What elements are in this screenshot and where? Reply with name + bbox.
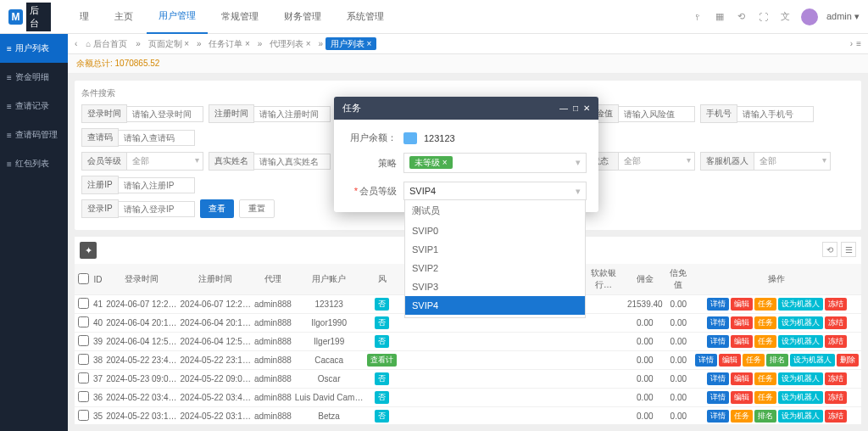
row-check[interactable] <box>78 372 89 383</box>
row-actions: 详情编辑任务设为机器人冻结 <box>693 314 861 333</box>
filter-input-1[interactable] <box>254 106 331 122</box>
gear-icon[interactable]: ✦ <box>80 242 97 259</box>
row-actions: 详情编辑任务设为机器人冻结 <box>693 333 861 351</box>
th-1: ID <box>92 264 104 295</box>
row-check[interactable] <box>78 316 89 327</box>
risk-badge[interactable]: 否 <box>375 335 389 348</box>
risk-badge[interactable]: 否 <box>375 410 389 423</box>
filter-frow2-1: 真实姓名 <box>209 152 331 171</box>
bc-item-2[interactable]: 代理列表 × <box>264 37 316 50</box>
th-2: 登录时间 <box>104 264 178 295</box>
sidebar-item-4[interactable]: ≡ 红包列表 <box>0 149 68 178</box>
bc-forward[interactable]: › <box>850 39 853 48</box>
dd-option[interactable]: SVIP3 <box>405 277 585 296</box>
table-row: 352024-05-22 03:1…2024-05-22 03:1…admin8… <box>75 407 861 425</box>
topnav-4[interactable]: 财务管理 <box>272 0 333 34</box>
row-actions: 详情编辑任务排名设为机器人删除 <box>693 351 861 370</box>
filter-input-6[interactable] <box>119 130 195 146</box>
modal-strategy-select[interactable]: 未等级 × ▾ <box>403 153 587 173</box>
topnav-1[interactable]: 主页 <box>103 0 145 34</box>
row-actions: 详情任务排名设为机器人冻结 <box>693 407 861 425</box>
bc-item-1[interactable]: 任务订单 × <box>203 37 255 50</box>
logo-icon: M <box>8 9 23 25</box>
chart-icon[interactable]: ⫯ <box>691 10 704 24</box>
risk-badge[interactable]: 否 <box>375 372 389 385</box>
grid-icon[interactable]: ▦ <box>713 10 726 24</box>
bc-back[interactable]: ‹ <box>75 39 77 48</box>
row-check[interactable] <box>78 391 89 402</box>
reset-button[interactable]: 重置 <box>239 199 275 218</box>
row-check[interactable] <box>78 335 89 346</box>
refresh-table-icon[interactable]: ⟲ <box>822 242 837 257</box>
modal-max-icon[interactable]: □ <box>573 104 578 113</box>
check-all[interactable] <box>78 273 89 284</box>
dd-option[interactable]: SVIP0 <box>405 221 585 240</box>
th-6: 风 <box>364 264 399 295</box>
columns-icon[interactable]: ☰ <box>841 242 856 257</box>
dd-option[interactable]: 测试员 <box>405 200 585 221</box>
strategy-tag[interactable]: 未等级 × <box>409 156 453 169</box>
modal-strategy-label: 策略 <box>346 157 397 170</box>
modal-min-icon[interactable]: — <box>559 104 568 113</box>
login-ip-input[interactable] <box>119 201 195 217</box>
row-check[interactable] <box>78 354 89 365</box>
sidebar-item-1[interactable]: ≡ 资金明细 <box>0 63 68 92</box>
table-row: 372024-05-23 09:0…2024-05-22 09:0…admin8… <box>75 370 861 389</box>
breadcrumb: ‹ ⌂ 后台首页 » 页面定制 × » 任务订单 × » 代理列表 × » 用户… <box>68 34 868 54</box>
filter-frow2-6: 注册IP <box>81 176 195 194</box>
risk-badge[interactable]: 否 <box>375 298 389 311</box>
table-row: 382024-05-22 23:4…2024-05-22 23:1…admin8… <box>75 351 861 370</box>
filter-frow1-1: 注册时间 <box>209 104 331 123</box>
row-check[interactable] <box>78 410 89 421</box>
filter-input-0[interactable] <box>127 106 203 122</box>
th-0 <box>75 264 92 295</box>
filter-input-5[interactable] <box>737 106 814 122</box>
bc-item-0[interactable]: 页面定制 × <box>143 37 195 50</box>
bc-menu[interactable]: ≡ <box>856 39 861 48</box>
topnav-0[interactable]: 理 <box>68 0 101 34</box>
refresh-icon[interactable]: ⟲ <box>735 10 748 24</box>
modal-close-icon[interactable]: ✕ <box>583 104 590 113</box>
modal-level-select[interactable]: SVIP4 ▾ 测试员SVIP0SVIP1SVIP2SVIP3SVIP4Svip… <box>403 182 587 200</box>
expand-icon[interactable]: ⛶ <box>757 10 771 24</box>
risk-badge[interactable]: 否 <box>375 316 389 329</box>
sidebar-item-0[interactable]: ≡ 用户列表 <box>0 34 68 63</box>
modal-header[interactable]: 任务 — □ ✕ <box>334 97 598 120</box>
filter-input-6[interactable] <box>119 177 195 193</box>
row-check[interactable] <box>78 298 89 309</box>
bc-item-3[interactable]: 用户列表 × <box>326 37 377 50</box>
dd-option[interactable]: SVIP1 <box>405 240 585 259</box>
risk-badge[interactable]: 否 <box>375 391 389 404</box>
filter-input-1[interactable] <box>254 154 331 170</box>
lang-icon[interactable]: 文 <box>779 10 793 24</box>
filter-select-5[interactable]: 全部 <box>754 152 831 171</box>
sidebar-item-2[interactable]: ≡ 查请记录 <box>0 92 68 120</box>
topbar-right: ⫯ ▦ ⟲ ⛶ 文 admin ▾ <box>691 8 860 25</box>
topnav-3[interactable]: 常规管理 <box>209 0 270 34</box>
avatar[interactable] <box>801 8 818 25</box>
dd-option[interactable]: SvipX1 <box>405 315 585 318</box>
th-15: 信免值 <box>665 264 693 295</box>
row-actions: 详情编辑任务设为机器人冻结 <box>693 389 861 407</box>
topnav: 理主页用户管理常规管理财务管理系统管理 <box>68 0 396 34</box>
level-dropdown: 测试员SVIP0SVIP1SVIP2SVIP3SVIP4SvipX1 <box>404 199 586 318</box>
dd-option[interactable]: SVIP4 <box>405 296 585 315</box>
topnav-2[interactable]: 用户管理 <box>147 0 208 34</box>
sidebar-item-3[interactable]: ≡ 查请码管理 <box>0 120 68 149</box>
filter-select-0[interactable]: 全部 <box>127 152 203 171</box>
topnav-5[interactable]: 系统管理 <box>335 0 396 34</box>
th-4: 代理 <box>253 264 293 295</box>
username[interactable]: admin ▾ <box>826 11 860 22</box>
filter-frow1-4: 风险值 <box>581 104 695 123</box>
filter-select-4[interactable]: 全部 <box>619 152 695 171</box>
topbar: M 后台 理主页用户管理常规管理财务管理系统管理 ⫯ ▦ ⟲ ⛶ 文 admin… <box>0 0 868 34</box>
dd-option[interactable]: SVIP2 <box>405 259 585 277</box>
search-button[interactable]: 查看 <box>200 199 234 218</box>
filter-input-4[interactable] <box>619 106 695 122</box>
bc-home[interactable]: ⌂ 后台首页 <box>81 36 132 52</box>
brand-text: 后台 <box>26 3 51 31</box>
th-16: 操作 <box>693 264 861 295</box>
table-row: 392024-06-04 12:5…2024-06-04 12:5…admin8… <box>75 333 861 351</box>
risk-badge[interactable]: 查看计 <box>367 354 397 367</box>
modal-user-label: 用户余额： <box>346 132 397 144</box>
